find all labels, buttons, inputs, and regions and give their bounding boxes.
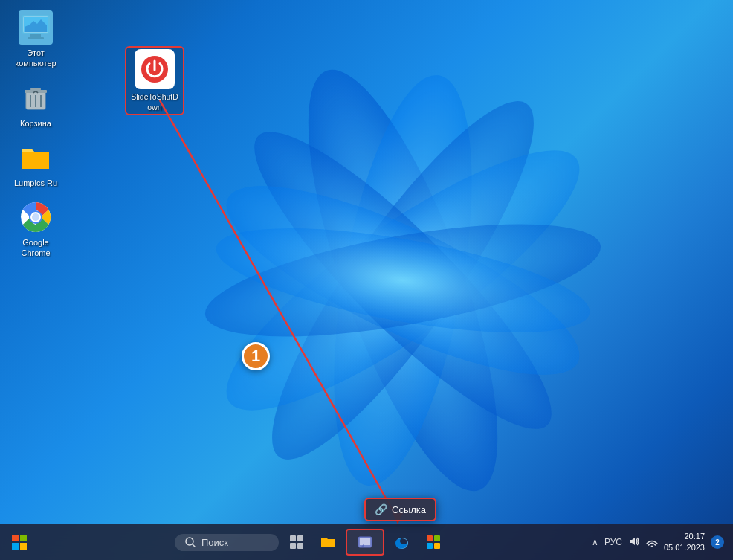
store-taskbar-button[interactable] <box>420 529 447 556</box>
search-label: Поиск <box>201 537 228 548</box>
svg-rect-41 <box>427 543 433 549</box>
svg-point-43 <box>650 545 653 547</box>
taskbar-link-icon <box>358 535 372 550</box>
svg-rect-36 <box>297 543 303 549</box>
windows-logo-icon <box>11 534 28 550</box>
svg-rect-33 <box>290 535 296 541</box>
svg-rect-34 <box>297 535 303 541</box>
slide-shutdown-taskbar-button[interactable] <box>346 529 384 556</box>
google-chrome-label: GoogleChrome <box>21 237 50 259</box>
desktop: Этот компьютер Корзина <box>0 0 733 560</box>
clock-date: 05.01.2023 <box>664 542 705 553</box>
file-explorer-icon <box>320 534 336 550</box>
desktop-wallpaper <box>180 20 626 541</box>
clock-time: 20:17 <box>664 531 705 542</box>
slide-to-shutdown-image <box>135 49 175 89</box>
svg-point-22 <box>32 213 39 221</box>
google-chrome-icon[interactable]: GoogleChrome <box>7 197 64 262</box>
task-view-icon <box>289 535 304 550</box>
taskbar-left-section <box>0 529 39 556</box>
system-clock[interactable]: 20:17 05.01.2023 <box>664 531 705 554</box>
lumpics-label: Lumpics Ru <box>14 178 57 188</box>
volume-icon[interactable] <box>628 535 640 550</box>
folder-icon-image <box>19 141 53 175</box>
start-button[interactable] <box>6 529 33 556</box>
taskbar-right-section: ∧ РУС 20:17 <box>583 531 733 554</box>
network-icon[interactable] <box>646 535 658 550</box>
search-icon <box>185 537 196 547</box>
taskbar-center-section: Поиск <box>39 529 583 556</box>
chrome-icon-image <box>19 200 53 234</box>
svg-rect-10 <box>30 34 41 37</box>
step-number: 1 <box>251 347 260 366</box>
tray-expand-button[interactable]: ∧ <box>592 537 598 547</box>
recycle-bin-icon[interactable]: Корзина <box>7 78 64 132</box>
svg-rect-29 <box>12 543 19 550</box>
recycle-bin-label: Корзина <box>20 118 51 129</box>
svg-rect-38 <box>360 538 370 545</box>
svg-rect-35 <box>290 543 296 549</box>
svg-line-32 <box>193 544 195 547</box>
this-computer-icon[interactable]: Этот компьютер <box>7 7 64 72</box>
svg-rect-40 <box>434 535 440 541</box>
svg-rect-11 <box>28 37 44 39</box>
taskbar-tooltip: 🔗 Ссылка <box>364 498 436 521</box>
tooltip-label: Ссылка <box>392 504 426 515</box>
svg-rect-15 <box>30 88 41 91</box>
svg-rect-28 <box>20 535 27 541</box>
edge-icon <box>394 534 410 550</box>
slide-to-shutdown-label: SlideToShutDown <box>131 92 178 112</box>
computer-icon-image <box>19 10 53 45</box>
svg-rect-42 <box>434 543 440 549</box>
recycle-icon-image <box>19 81 53 115</box>
notification-badge[interactable]: 2 <box>711 535 724 549</box>
store-icon <box>425 534 442 550</box>
desktop-icons-container: Этот компьютер Корзина <box>7 7 64 262</box>
svg-rect-39 <box>427 535 433 541</box>
taskbar-search[interactable]: Поиск <box>175 534 279 551</box>
svg-rect-30 <box>20 543 27 550</box>
lumpics-folder-icon[interactable]: Lumpics Ru <box>7 138 64 191</box>
step-1-badge: 1 <box>242 342 270 370</box>
this-computer-label: Этот компьютер <box>10 48 61 69</box>
slide-to-shutdown-icon[interactable]: SlideToShutDown <box>125 46 184 115</box>
language-indicator[interactable]: РУС <box>604 537 622 547</box>
taskbar: Поиск <box>0 524 733 560</box>
tooltip-link-icon: 🔗 <box>375 503 387 515</box>
file-explorer-taskbar-button[interactable] <box>314 529 341 556</box>
task-view-button[interactable] <box>283 529 310 556</box>
edge-taskbar-button[interactable] <box>389 529 416 556</box>
svg-rect-27 <box>12 535 19 541</box>
